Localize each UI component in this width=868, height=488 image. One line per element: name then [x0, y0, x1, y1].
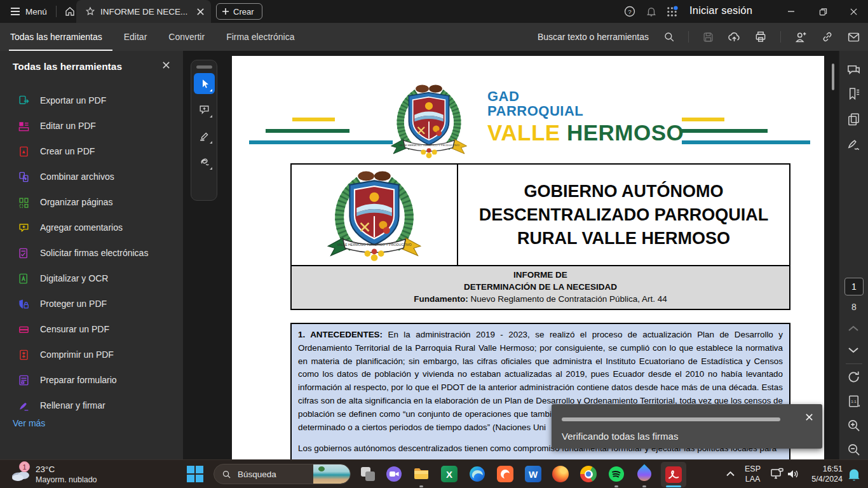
file-explorer-icon[interactable] [413, 466, 430, 482]
share-link-icon[interactable] [821, 30, 834, 43]
close-window-button[interactable] [839, 0, 868, 23]
task-view-button[interactable] [360, 466, 376, 482]
create-button[interactable]: Crear [216, 3, 262, 20]
pdf-page[interactable]: GAD PARROQUIAL VALLE HERMOSO GOBIERNO AU… [232, 56, 824, 459]
notifications-bell-icon[interactable] [646, 6, 657, 17]
tab-all-tools[interactable]: Todas las herramientas [10, 23, 102, 51]
clock-widget[interactable]: 16:51 5/4/2024 [802, 464, 843, 484]
running-indicator [419, 485, 423, 487]
chrome-icon[interactable] [580, 466, 597, 482]
word-icon[interactable]: W [525, 466, 541, 482]
tool-item-compress-pdf[interactable]: Comprimir un PDF [0, 342, 183, 367]
language-indicator[interactable]: ESP LAA [745, 464, 761, 484]
upload-cloud-icon[interactable] [728, 30, 741, 44]
tool-item-protect-pdf[interactable]: Proteger un PDF [0, 291, 183, 316]
excel-letter: X [446, 469, 452, 480]
combine-files-icon [18, 171, 30, 183]
titlebar: Menú INFORME DE NECE... Crear ? [0, 0, 868, 23]
tool-item-scan-ocr[interactable]: Digitalizar y OCR [0, 266, 183, 291]
active-app-indicator [666, 485, 681, 487]
bookmarks-panel-icon[interactable] [846, 86, 861, 101]
tool-item-edit-pdf[interactable]: Editar un PDF [0, 113, 183, 139]
spotify-icon[interactable] [608, 466, 625, 482]
tool-item-redact-pdf[interactable]: Censurar un PDF [0, 316, 183, 342]
page-number-input[interactable]: 1 [844, 278, 864, 295]
toast-message: Verificando todas las firmas [562, 431, 678, 442]
firefox-icon[interactable] [552, 466, 569, 482]
fit-page-icon[interactable]: 1:1 [846, 394, 861, 409]
start-button[interactable] [187, 466, 203, 482]
menu-button[interactable]: Menú [25, 7, 47, 17]
edge-browser-icon[interactable] [469, 466, 485, 482]
draw-tool-button[interactable] [194, 151, 215, 172]
search-icon[interactable] [663, 31, 675, 43]
divider [780, 31, 781, 43]
decor-line [682, 118, 724, 121]
apps-grid-icon[interactable] [666, 6, 678, 18]
display-cast-icon[interactable] [770, 468, 784, 480]
tab-esign[interactable]: Firma electrónica [226, 23, 294, 51]
zoom-out-icon[interactable] [846, 442, 861, 457]
page-thumbnails-icon[interactable] [846, 112, 861, 126]
tool-item-prepare-form[interactable]: Preparar formulario [0, 367, 183, 393]
request-signatures-icon [18, 247, 30, 259]
gad-crest-logo [384, 81, 473, 159]
compress-pdf-icon [18, 349, 30, 361]
notification-bell-icon[interactable] [848, 468, 860, 481]
tray-chevron-icon[interactable] [726, 470, 735, 477]
acrobat-icon [665, 466, 682, 483]
help-icon[interactable]: ? [624, 6, 635, 17]
add-comment-tool-button[interactable] [194, 99, 215, 120]
tool-item-export-pdf[interactable]: Exportar un PDF [0, 88, 183, 113]
tool-item-combine-files[interactable]: Combinar archivos [0, 164, 183, 189]
edit-pdf-icon [18, 120, 30, 132]
print-icon[interactable] [754, 30, 767, 43]
divider [688, 31, 689, 43]
acrobat-active-tile[interactable] [661, 462, 686, 487]
see-more-link[interactable]: Ver más [13, 418, 45, 428]
volume-icon[interactable] [787, 468, 799, 480]
minimize-button[interactable] [776, 0, 806, 23]
sign-in-button[interactable]: Iniciar sesión [689, 4, 752, 17]
running-indicator [614, 485, 618, 487]
add-user-icon[interactable] [794, 30, 808, 44]
document-tab[interactable]: INFORME DE NECE... [76, 0, 211, 23]
home-icon[interactable] [64, 6, 76, 17]
postman-icon[interactable] [497, 466, 513, 482]
select-tool-button[interactable] [194, 73, 215, 94]
paint-drop-app-icon[interactable] [636, 466, 653, 482]
highlight-tool-button[interactable] [194, 125, 215, 146]
drag-handle[interactable] [196, 65, 212, 69]
panel-close-icon[interactable] [162, 61, 170, 69]
right-tools-rail: 1 8 1:1 [839, 51, 868, 459]
toast-close-icon[interactable] [805, 413, 813, 421]
meet-camera-app-icon[interactable] [386, 466, 402, 482]
tool-item-fill-sign[interactable]: Rellenar y firmar [0, 393, 183, 418]
hamburger-menu-icon[interactable] [10, 7, 20, 16]
email-icon[interactable] [847, 30, 860, 44]
excel-icon[interactable]: X [441, 466, 458, 482]
tool-item-add-comments[interactable]: Agregar comentarios [0, 215, 183, 240]
signatures-panel-icon[interactable] [846, 137, 861, 152]
star-icon[interactable] [85, 6, 95, 17]
restore-button[interactable] [808, 0, 837, 23]
decor-line [266, 129, 349, 133]
vertical-scrollbar[interactable] [832, 64, 834, 90]
tab-convert[interactable]: Convertir [168, 23, 205, 51]
tool-item-request-signatures[interactable]: Solicitar firmas electrónicas [0, 240, 183, 266]
next-page-icon[interactable] [846, 346, 860, 355]
document-viewport[interactable]: GAD PARROQUIAL VALLE HERMOSO GOBIERNO AU… [183, 51, 839, 459]
previous-page-icon[interactable] [846, 324, 860, 333]
rotate-page-icon[interactable] [846, 370, 861, 384]
tab-title: INFORME DE NECE... [100, 7, 191, 17]
lang-line2: LAA [745, 474, 761, 484]
comments-panel-icon[interactable] [846, 62, 861, 77]
tab-close-icon[interactable] [196, 8, 205, 16]
tool-item-create-pdf[interactable]: Crear un PDF [0, 139, 183, 164]
taskbar-search[interactable]: Búsqueda [214, 464, 351, 484]
tool-item-organize-pages[interactable]: Organizar páginas [0, 189, 183, 215]
zoom-in-icon[interactable] [846, 418, 861, 433]
search-field[interactable]: Buscar texto o herramientas [538, 32, 649, 42]
save-icon[interactable] [702, 31, 714, 43]
tab-edit[interactable]: Editar [124, 23, 147, 51]
